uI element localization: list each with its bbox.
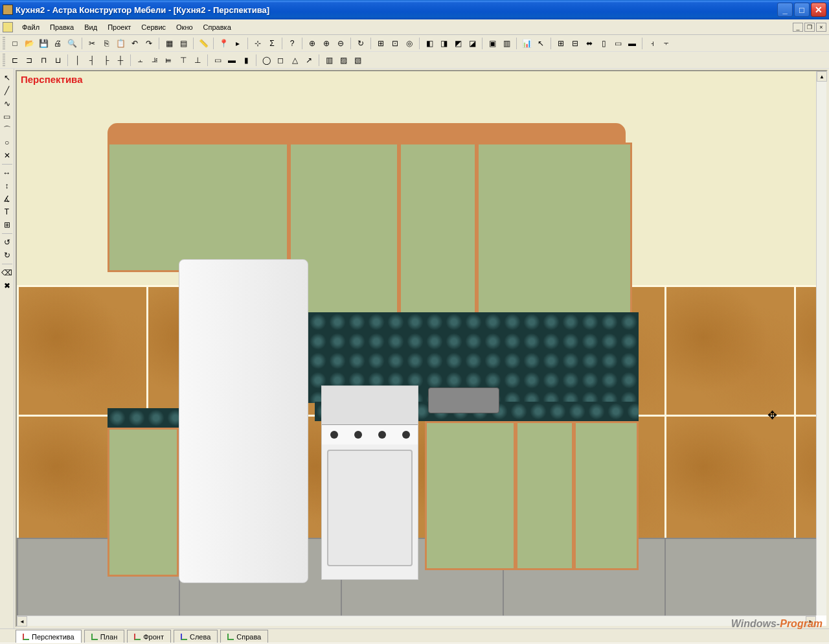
mdi-minimize-button[interactable]: _	[793, 23, 803, 32]
circle-button[interactable]: ○	[1, 137, 13, 148]
undo-button[interactable]: ↶	[128, 37, 141, 50]
align3-button[interactable]: ⫢	[163, 54, 176, 67]
menu-service[interactable]: Сервис	[136, 21, 171, 33]
cyl-button[interactable]: ◯	[260, 54, 273, 67]
shelf3-button[interactable]: ⊓	[37, 54, 50, 67]
shelf4-button[interactable]: ⊔	[51, 54, 64, 67]
div2-button[interactable]: ┤	[85, 54, 98, 67]
cube4-button[interactable]: ◪	[466, 37, 479, 50]
zoom-fit-button[interactable]: ⊕	[306, 37, 319, 50]
cross-button[interactable]: ✕	[1, 150, 13, 161]
rect-button[interactable]: ▭	[1, 111, 13, 122]
align4-button[interactable]: ⊤	[177, 54, 190, 67]
menu-file[interactable]: Файл	[17, 21, 45, 33]
snap-button[interactable]: ⊞	[374, 37, 387, 50]
graph-button[interactable]: 📊	[520, 37, 533, 50]
cube2-button[interactable]: ◨	[437, 37, 450, 50]
new-button[interactable]: □	[8, 37, 21, 50]
mark-gray-button[interactable]: ▸	[231, 37, 244, 50]
box1-button[interactable]: ▣	[486, 37, 499, 50]
line-a-button[interactable]: ╱	[1, 85, 13, 97]
div3-button[interactable]: ├	[100, 54, 113, 67]
view-tab-Фронт[interactable]: Фронт	[127, 630, 171, 643]
grid-button[interactable]: ▤	[177, 37, 190, 50]
box2-button[interactable]: ▥	[500, 37, 513, 50]
refresh-button[interactable]: ↻	[354, 37, 367, 50]
panel-h1-button[interactable]: ▭	[211, 54, 224, 67]
menu-help[interactable]: Справка	[198, 21, 236, 33]
curve-button[interactable]: ∿	[1, 98, 13, 109]
open-button[interactable]: 📂	[23, 37, 36, 50]
view-tab-Перспектива[interactable]: Перспектива	[16, 630, 82, 643]
view-tab-Справа[interactable]: Справа	[220, 630, 268, 643]
cube3-button[interactable]: ◩	[451, 37, 464, 50]
zoom-out-button[interactable]: ⊖	[334, 37, 347, 50]
wall3-button[interactable]: ▧	[351, 54, 364, 67]
close-button[interactable]: ✕	[811, 3, 826, 17]
text-button[interactable]: T	[1, 206, 13, 218]
redo-button[interactable]: ↷	[142, 37, 155, 50]
align5-button[interactable]: ⊥	[191, 54, 204, 67]
mdi-restore-button[interactable]: ❐	[804, 23, 815, 32]
preview-button[interactable]: 🔍	[65, 37, 78, 50]
dim-v-button[interactable]: ↕	[1, 180, 13, 192]
layers-button[interactable]: ▦	[163, 37, 176, 50]
cursor-button[interactable]: ↖	[534, 37, 547, 50]
wall1-button[interactable]: ▥	[323, 54, 335, 67]
split1-button[interactable]: ⫞	[646, 37, 659, 50]
rot-r-button[interactable]: ↻	[1, 249, 13, 261]
minimize-button[interactable]: _	[777, 3, 793, 17]
view-tab-План[interactable]: План	[84, 630, 125, 643]
table-button[interactable]: ⊞	[1, 219, 13, 231]
rot-l-button[interactable]: ↺	[1, 236, 13, 248]
cone-button[interactable]: △	[288, 54, 301, 67]
cut-button[interactable]: ✂	[85, 37, 98, 50]
copy-button[interactable]: ⎘	[100, 37, 113, 50]
align1-button[interactable]: ⫠	[134, 54, 147, 67]
save-button[interactable]: 💾	[37, 37, 50, 50]
arc-button[interactable]: ⌒	[1, 124, 13, 135]
grow-button[interactable]: ⬌	[583, 37, 596, 50]
zoom-in-button[interactable]: ⊕	[320, 37, 333, 50]
grid1-button[interactable]: ⊞	[554, 37, 567, 50]
menu-edit[interactable]: Правка	[45, 21, 79, 33]
axes-button[interactable]: ⊹	[251, 37, 264, 50]
split2-button[interactable]: ⫟	[660, 37, 673, 50]
menu-project[interactable]: Проект	[102, 21, 136, 33]
cube1-button[interactable]: ◧	[423, 37, 436, 50]
arrow-button[interactable]: ↗	[302, 54, 315, 67]
align2-button[interactable]: ⫡	[148, 54, 161, 67]
sum-button[interactable]: Σ	[266, 37, 278, 50]
target-button[interactable]: ⊡	[389, 37, 402, 50]
shelf2-button[interactable]: ⊐	[23, 54, 36, 67]
mark-red-button[interactable]: 📍	[217, 37, 230, 50]
div4-button[interactable]: ┼	[114, 54, 127, 67]
menu-app-icon[interactable]	[3, 22, 13, 32]
vertical-scrollbar[interactable]: ▲	[816, 71, 826, 615]
del2-button[interactable]: ✖	[1, 280, 13, 292]
paste-button[interactable]: 📋	[114, 37, 127, 50]
help-button[interactable]: ?	[286, 37, 299, 50]
mdi-close-button[interactable]: ×	[816, 23, 826, 32]
print-button[interactable]: 🖨	[51, 37, 64, 50]
dim-h-button[interactable]: ↔	[1, 167, 13, 179]
menu-view[interactable]: Вид	[79, 21, 102, 33]
scroll-left-button[interactable]: ◄	[17, 616, 27, 627]
view-tab-Слева[interactable]: Слева	[174, 630, 218, 643]
div1-button[interactable]: │	[71, 54, 84, 67]
panel-h3-button[interactable]: ▮	[240, 54, 253, 67]
wall2-button[interactable]: ▨	[337, 54, 350, 67]
maximize-button[interactable]: □	[794, 3, 810, 17]
shelf1-button[interactable]: ⊏	[8, 54, 21, 67]
panel1-button[interactable]: ▯	[597, 37, 610, 50]
del1-button[interactable]: ⌫	[1, 267, 13, 279]
ruler-button[interactable]: 📏	[197, 37, 210, 50]
panel2-button[interactable]: ▭	[611, 37, 624, 50]
grid2-button[interactable]: ⊟	[569, 37, 582, 50]
viewport[interactable]: Перспектива	[17, 71, 816, 615]
dim-a-button[interactable]: ∡	[1, 193, 13, 205]
origin-button[interactable]: ◎	[403, 37, 416, 50]
panel3-button[interactable]: ▬	[626, 37, 639, 50]
cube-button[interactable]: ◻	[274, 54, 287, 67]
scroll-up-button[interactable]: ▲	[817, 71, 827, 82]
